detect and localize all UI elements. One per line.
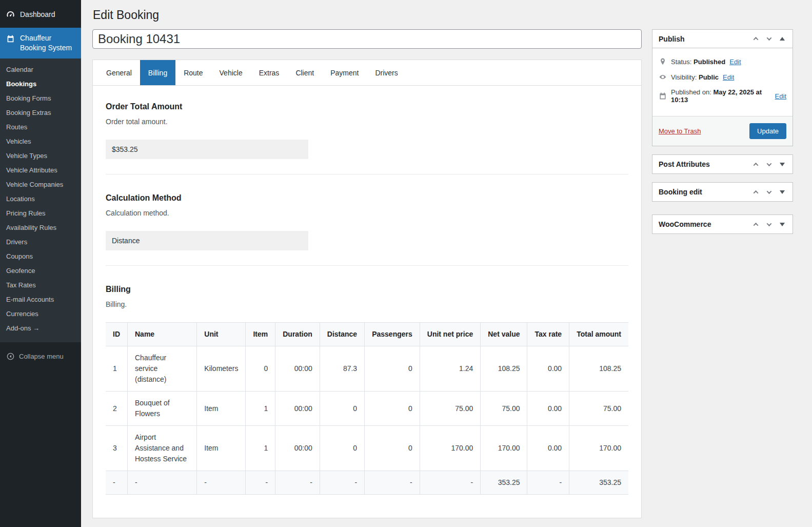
toggle-panel-button[interactable] [776, 186, 788, 198]
table-cell: - [320, 471, 364, 495]
edit-visibility-link[interactable]: Edit [723, 73, 734, 81]
calculation-method-field: Distance [106, 231, 308, 250]
column-header-item: Item [246, 323, 275, 346]
sidebar-item-routes[interactable]: Routes [0, 120, 81, 134]
tab-vehicle[interactable]: Vehicle [211, 60, 251, 85]
tab-drivers[interactable]: Drivers [367, 60, 406, 85]
collapse-arrow-icon [6, 352, 15, 361]
status-row: Status: Published Edit [659, 57, 786, 66]
metabox-woocommerce: WooCommerce [652, 214, 793, 234]
table-cell: Chauffeur service (distance) [128, 346, 197, 392]
table-cell: - [128, 471, 197, 495]
chevron-up-icon [753, 190, 758, 195]
sidebar-item-e-mail-accounts[interactable]: E-mail Accounts [0, 292, 81, 307]
table-cell: 170.00 [569, 426, 628, 471]
section-description: Order total amount. [106, 118, 628, 126]
table-cell: 0 [246, 346, 275, 392]
table-cell: - [420, 471, 480, 495]
calculation-method-section: Calculation Method Calculation method. D… [106, 193, 628, 250]
table-cell: 75.00 [569, 392, 628, 426]
section-description: Calculation method. [106, 209, 628, 217]
published-on-row: Published on: May 22, 2025 at 10:13 Edit [659, 88, 786, 104]
table-cell: - [527, 471, 569, 495]
sidebar-item-geofence[interactable]: Geofence [0, 264, 81, 278]
metabox-post-attributes: Post Attributes [652, 154, 793, 174]
toggle-panel-button[interactable] [776, 158, 788, 170]
table-cell: 0 [365, 426, 420, 471]
tab-extras[interactable]: Extras [251, 60, 288, 85]
chevron-up-icon [753, 37, 758, 42]
pin-icon [659, 57, 667, 66]
table-cell: 75.00 [481, 392, 527, 426]
toggle-panel-button[interactable] [776, 33, 788, 45]
table-cell: 1 [246, 426, 275, 471]
table-cell: 108.25 [569, 346, 628, 392]
move-up-button[interactable] [749, 33, 762, 45]
collapse-menu-button[interactable]: Collapse menu [0, 347, 81, 366]
table-cell: - [106, 471, 128, 495]
chevron-down-icon [766, 189, 771, 194]
move-to-trash-link[interactable]: Move to Trash [659, 127, 701, 135]
move-down-button[interactable] [763, 218, 775, 230]
table-cell: 00:00 [275, 426, 320, 471]
triangle-down-icon [780, 223, 785, 226]
table-cell: 0 [365, 392, 420, 426]
edit-status-link[interactable]: Edit [729, 58, 741, 66]
edit-published-on-link[interactable]: Edit [775, 92, 786, 100]
table-cell: Kilometers [197, 346, 246, 392]
table-cell: Item [197, 392, 246, 426]
tab-billing[interactable]: Billing [140, 60, 175, 85]
move-up-button[interactable] [749, 218, 762, 230]
move-up-button[interactable] [749, 186, 762, 198]
table-cell: - [197, 471, 246, 495]
sidebar-item-vehicles[interactable]: Vehicles [0, 134, 81, 149]
sidebar-item-dashboard[interactable]: Dashboard [0, 0, 81, 28]
table-cell: 0 [365, 346, 420, 392]
tab-general[interactable]: General [98, 60, 140, 85]
sidebar-item-vehicle-attributes[interactable]: Vehicle Attributes [0, 163, 81, 178]
sidebar-item-coupons[interactable]: Coupons [0, 249, 81, 264]
sidebar-item-chauffeur-booking-system[interactable]: Chauffeur Booking System [0, 28, 81, 58]
main-area: Edit Booking GeneralBillingRouteVehicleE… [81, 0, 812, 527]
move-up-button[interactable] [749, 158, 762, 170]
sidebar-item-drivers[interactable]: Drivers [0, 235, 81, 249]
sidebar-item-booking-extras[interactable]: Booking Extras [0, 106, 81, 120]
table-cell: 0 [320, 426, 364, 471]
section-title: Billing [106, 285, 628, 294]
move-down-button[interactable] [763, 33, 775, 45]
column-header-tax-rate: Tax rate [527, 323, 569, 346]
tab-route[interactable]: Route [175, 60, 211, 85]
tab-payment[interactable]: Payment [322, 60, 367, 85]
update-button[interactable]: Update [749, 123, 786, 139]
column-header-unit: Unit [197, 323, 246, 346]
tab-client[interactable]: Client [287, 60, 322, 85]
sidebar-item-vehicle-types[interactable]: Vehicle Types [0, 149, 81, 163]
table-cell: 75.00 [420, 392, 480, 426]
chevron-up-icon [753, 222, 758, 227]
table-cell: 353.25 [481, 471, 527, 495]
table-row: 2Bouquet of FlowersItem100:000075.0075.0… [106, 392, 628, 426]
column-header-net-value: Net value [481, 323, 527, 346]
sidebar-item-booking-forms[interactable]: Booking Forms [0, 91, 81, 106]
metabox-title: Booking edit [659, 188, 702, 196]
sidebar-item-calendar[interactable]: Calendar [0, 63, 81, 77]
sidebar-item-availability-rules[interactable]: Availability Rules [0, 221, 81, 235]
triangle-down-icon [780, 163, 785, 166]
calendar-icon [6, 34, 15, 43]
section-title: Calculation Method [106, 193, 628, 203]
sidebar-item-tax-rates[interactable]: Tax Rates [0, 278, 81, 292]
sidebar-item-bookings[interactable]: Bookings [0, 77, 81, 91]
sidebar-item-currencies[interactable]: Currencies [0, 307, 81, 321]
sidebar-item-vehicle-companies[interactable]: Vehicle Companies [0, 178, 81, 192]
sidebar-item-add-ons[interactable]: Add-ons → [0, 321, 81, 336]
toggle-panel-button[interactable] [776, 218, 788, 230]
sidebar-item-pricing-rules[interactable]: Pricing Rules [0, 206, 81, 221]
move-down-button[interactable] [763, 186, 775, 198]
table-cell: Item [197, 426, 246, 471]
plugin-submenu: CalendarBookingsBooking FormsBooking Ext… [0, 58, 81, 342]
billing-table: IDNameUnitItemDurationDistancePassengers… [106, 322, 628, 495]
booking-title-input[interactable] [92, 29, 642, 49]
sidebar-item-locations[interactable]: Locations [0, 192, 81, 206]
move-down-button[interactable] [763, 158, 775, 170]
collapse-menu-label: Collapse menu [19, 353, 64, 360]
